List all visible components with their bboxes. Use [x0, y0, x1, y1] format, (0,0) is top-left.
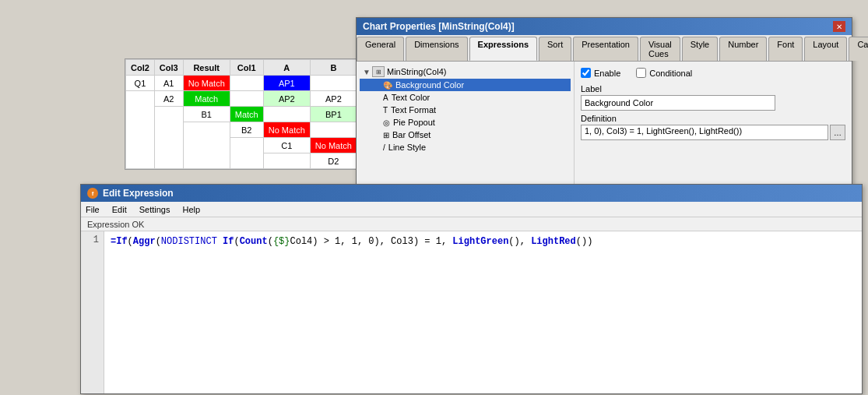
tab-caption[interactable]: Caption: [849, 37, 868, 61]
menu-item-edit[interactable]: Edit: [112, 205, 127, 214]
tab-presentation[interactable]: Presentation: [573, 37, 638, 61]
label-section: Label: [581, 84, 845, 111]
tab-dimensions[interactable]: Dimensions: [406, 37, 467, 61]
col-header-b: B: [310, 60, 357, 76]
tree-item-bar-offset[interactable]: ⊞Bar Offset: [360, 129, 571, 141]
menu-item-file[interactable]: File: [86, 205, 100, 214]
tree-expander-icon: ▼: [363, 68, 372, 76]
col-header-result: Result: [183, 60, 230, 76]
tree-root-item[interactable]: ▼ ⊞ MinString(Col4): [360, 65, 571, 79]
col-header-col3: Col3: [154, 60, 183, 76]
label-input[interactable]: [581, 95, 775, 111]
enable-checkbox[interactable]: [581, 68, 591, 78]
right-top-row: Enable Conditional: [581, 68, 845, 78]
tab-layout[interactable]: Layout: [804, 37, 847, 61]
expr-body: 1 =If(Aggr(NODISTINCT If(Count({$}Col4) …: [81, 231, 862, 393]
expressions-tree: ▼ ⊞ MinString(Col4) 🎨Background ColorATe…: [357, 62, 575, 189]
expression-editor[interactable]: =If(Aggr(NODISTINCT If(Count({$}Col4) > …: [104, 231, 862, 393]
col-header-col2: Col2: [126, 60, 155, 76]
definition-input[interactable]: 1, 0), Col3) = 1, LightGreen(), LightRed…: [581, 125, 828, 140]
label-field-label: Label: [581, 84, 845, 93]
chart-props-dialog: Chart Properties [MinString(Col4)] ✕ Gen…: [356, 17, 852, 185]
definition-section: Definition 1, 0), Col3) = 1, LightGreen(…: [581, 114, 845, 140]
tab-font[interactable]: Font: [768, 37, 803, 61]
tree-root-label: MinString(Col4): [387, 67, 446, 76]
tree-item-text-format[interactable]: TText Format: [360, 104, 571, 116]
chart-props-close-button[interactable]: ✕: [833, 21, 845, 32]
edit-expr-title: Edit Expression: [103, 188, 174, 199]
edit-expr-icon: f: [87, 188, 98, 199]
tab-sort[interactable]: Sort: [539, 37, 571, 61]
tab-expressions[interactable]: Expressions: [469, 37, 537, 61]
tab-general[interactable]: General: [357, 37, 404, 61]
expr-status-bar: Expression OK: [81, 217, 862, 231]
tree-item-pie-popout[interactable]: ◎Pie Popout: [360, 116, 571, 129]
definition-expand-button[interactable]: …: [830, 125, 845, 140]
conditional-label: Conditional: [649, 69, 692, 78]
tree-item-text-color[interactable]: AText Color: [360, 91, 571, 104]
menu-item-settings[interactable]: Settings: [139, 205, 170, 214]
chart-props-tabs: GeneralDimensionsExpressionsSortPresenta…: [357, 35, 852, 62]
tab-visual-cues[interactable]: Visual Cues: [640, 37, 680, 61]
col-header-col1: Col1: [230, 60, 263, 76]
chart-props-titlebar: Chart Properties [MinString(Col4)] ✕: [357, 18, 852, 35]
line-number-1: 1: [86, 235, 99, 245]
edit-expr-titlebar: f Edit Expression: [81, 185, 862, 202]
tab-number[interactable]: Number: [719, 37, 767, 61]
conditional-checkbox[interactable]: [636, 68, 646, 78]
enable-checkbox-row: Enable: [581, 68, 620, 78]
edit-expression-dialog: f Edit Expression FileEditSettingsHelp E…: [80, 184, 863, 394]
chart-props-body: ▼ ⊞ MinString(Col4) 🎨Background ColorATe…: [357, 62, 852, 189]
definition-field-label: Definition: [581, 114, 845, 123]
menu-item-help[interactable]: Help: [182, 205, 200, 214]
tree-table-icon: ⊞: [372, 66, 385, 77]
tree-item-line-style[interactable]: /Line Style: [360, 141, 571, 153]
tree-item-background-color[interactable]: 🎨Background Color: [360, 79, 571, 91]
chart-props-title: Chart Properties [MinString(Col4)]: [363, 21, 515, 32]
definition-row: 1, 0), Col3) = 1, LightGreen(), LightRed…: [581, 125, 845, 140]
expressions-right-panel: Enable Conditional Label Definition 1, 0…: [575, 62, 852, 189]
edit-expr-menubar: FileEditSettingsHelp: [81, 202, 862, 217]
tab-style[interactable]: Style: [682, 37, 718, 61]
enable-label: Enable: [594, 69, 620, 78]
conditional-checkbox-row: Conditional: [636, 68, 692, 78]
expr-status-text: Expression OK: [87, 220, 144, 229]
line-numbers: 1: [81, 231, 104, 393]
col-header-a: A: [263, 60, 310, 76]
